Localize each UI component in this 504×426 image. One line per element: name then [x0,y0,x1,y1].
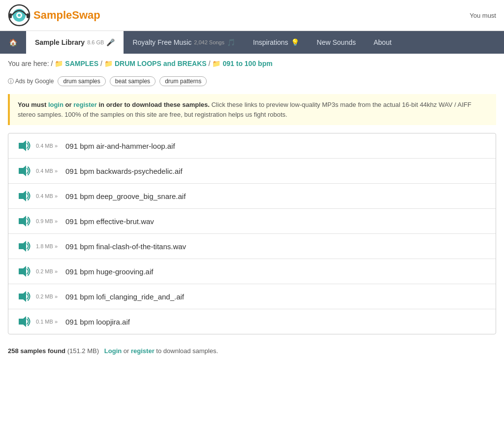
ads-chip-beat-samples[interactable]: beat samples [110,76,156,86]
svg-point-3 [18,14,21,17]
file-row[interactable]: 1.8 MB » 091 bpm final-clash-of-the-tita… [8,234,496,259]
main-nav: 🏠 Sample Library 8.6 GB 🎤 Royalty Free M… [0,31,504,54]
sound-icon [16,239,31,254]
file-name: 091 bpm effective-brut.wav [65,217,154,226]
file-name: 091 bpm deep_groove_big_snare.aif [65,192,186,200]
file-row[interactable]: 0.4 MB » 091 bpm backwards-psychedelic.a… [8,159,496,184]
file-size: 0.2 MB » [36,294,61,299]
nav-home[interactable]: 🏠 [0,31,26,54]
nav-sample-library[interactable]: Sample Library 8.6 GB 🎤 [26,31,124,54]
warning-bold: You must login or register in order to d… [18,101,210,108]
nav-sample-library-sub: 8.6 GB [87,39,104,45]
ads-by-google-label: ⓘ Ads by Google [8,77,54,86]
breadcrumb: You are here: / 📁 SAMPLES / 📁 DRUM LOOPS… [0,54,504,73]
svg-rect-4 [9,13,12,18]
file-size: 0.4 MB » [36,143,61,149]
sound-icon [16,138,31,153]
register-link[interactable]: register [73,101,97,108]
lightbulb-icon: 💡 [291,38,299,46]
file-size: 0.4 MB » [36,193,61,199]
footer-register-link[interactable]: register [131,347,155,355]
svg-marker-8 [19,191,26,201]
nav-inspirations[interactable]: Inspirations 💡 [244,31,308,54]
sound-icon [16,314,31,329]
ads-bar: ⓘ Ads by Google drum samples beat sample… [0,73,504,89]
nav-new-sounds-label: New Sounds [317,38,356,46]
file-name: 091 bpm final-clash-of-the-titans.wav [65,242,186,251]
file-name: 091 bpm air-and-hammer-loop.aif [65,142,175,150]
nav-royalty-free-music[interactable]: Royalty Free Music 2,042 Songs 🎵 [124,31,244,54]
svg-rect-5 [27,13,29,18]
svg-marker-6 [19,140,26,151]
warning-box: You must login or register in order to d… [8,94,496,125]
nav-about-label: About [374,38,392,46]
logo[interactable]: SampleSwap [8,4,100,27]
nav-new-sounds[interactable]: New Sounds [308,31,365,54]
file-row[interactable]: 0.2 MB » 091 bpm lofi_clanging_ride_and_… [8,284,496,309]
sample-count: 258 samples found [8,347,65,355]
footer-suffix: to download samples. [156,347,218,355]
file-list: 0.4 MB » 091 bpm air-and-hammer-loop.aif… [8,133,496,334]
footer-login-link[interactable]: Login [104,347,122,355]
breadcrumb-sep-1: / [100,60,102,67]
svg-marker-7 [19,165,26,176]
file-row[interactable]: 0.2 MB » 091 bpm huge-grooving.aif [8,259,496,284]
nav-sample-library-label: Sample Library [35,38,85,46]
file-row[interactable]: 0.9 MB » 091 bpm effective-brut.wav [8,209,496,234]
home-icon: 🏠 [9,38,17,46]
file-name: 091 bpm huge-grooving.aif [65,267,153,276]
file-row[interactable]: 0.4 MB » 091 bpm air-and-hammer-loop.aif [8,133,496,159]
music-icon: 🎵 [227,38,235,46]
file-size: 0.1 MB » [36,319,61,325]
file-size: 0.4 MB » [36,168,61,174]
ads-chip-drum-patterns[interactable]: drum patterns [159,76,207,86]
sound-icon [16,214,31,229]
ads-chip-drum-samples[interactable]: drum samples [58,76,105,86]
file-row[interactable]: 0.1 MB » 091 bpm loopjira.aif [8,309,496,334]
file-size: 0.9 MB » [36,218,61,224]
footer-or: or [124,347,131,355]
login-link[interactable]: login [48,101,63,108]
file-row[interactable]: 0.4 MB » 091 bpm deep_groove_big_snare.a… [8,184,496,209]
breadcrumb-bpm[interactable]: 091 to 100 bpm [222,60,272,67]
logo-icon [8,4,31,27]
svg-marker-13 [19,316,26,327]
file-size: 1.8 MB » [36,243,61,249]
microphone-icon: 🎤 [106,38,115,46]
sound-icon [16,264,31,279]
breadcrumb-drum-loops[interactable]: DRUM LOOPS and BREAKS [115,60,207,67]
svg-marker-9 [19,216,26,227]
file-name: 091 bpm lofi_clanging_ride_and_.aif [65,293,184,301]
folder-icon-2: 📁 [104,60,113,67]
svg-marker-12 [19,291,26,302]
folder-icon-1: 📁 [55,60,63,67]
nav-royalty-free-sub: 2,042 Songs [194,39,224,45]
breadcrumb-prefix: You are here: / [8,60,53,67]
footer-line: 258 samples found (151.2 MB) Login or re… [0,342,504,360]
sound-icon [16,289,31,304]
folder-icon-3: 📁 [212,60,220,67]
sound-icon [16,164,31,178]
file-name: 091 bpm backwards-psychedelic.aif [65,167,183,175]
file-name: 091 bpm loopjira.aif [65,318,130,326]
breadcrumb-sep-2: / [209,60,211,67]
sound-icon [16,189,31,203]
logo-text: SampleSwap [33,9,100,22]
header: SampleSwap You must [0,0,504,31]
nav-inspirations-label: Inspirations [253,38,288,46]
svg-marker-11 [19,266,26,277]
nav-royalty-free-label: Royalty Free Music [132,38,191,46]
header-right-text: You must [470,12,496,19]
nav-about[interactable]: About [365,31,401,54]
breadcrumb-samples[interactable]: SAMPLES [65,60,98,67]
file-size: 0.2 MB » [36,268,61,274]
sample-size: (151.2 MB) [67,347,99,355]
svg-marker-10 [19,241,26,252]
